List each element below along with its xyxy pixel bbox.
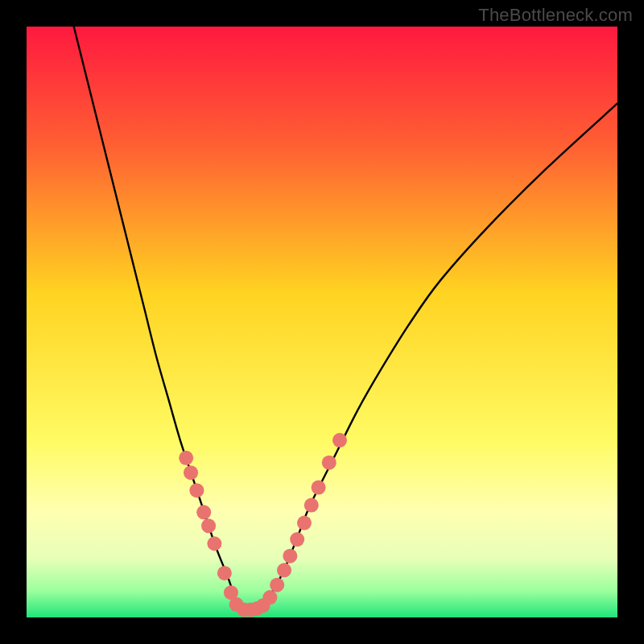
sample-point bbox=[304, 498, 319, 513]
sample-point bbox=[290, 532, 304, 547]
sample-point bbox=[201, 518, 216, 533]
sample-point bbox=[283, 549, 297, 564]
sample-point bbox=[184, 465, 198, 480]
sample-point bbox=[332, 433, 347, 448]
sample-point bbox=[207, 536, 221, 551]
sample-point bbox=[217, 566, 232, 580]
sample-point bbox=[196, 505, 211, 519]
plot-area bbox=[27, 27, 617, 617]
attribution-text: TheBottleneck.com bbox=[478, 5, 633, 26]
sample-point bbox=[297, 516, 312, 530]
sample-point bbox=[312, 481, 326, 495]
sample-point bbox=[189, 483, 204, 497]
gradient-background bbox=[27, 27, 617, 617]
sample-point bbox=[277, 563, 291, 577]
chart-frame: TheBottleneck.com bbox=[0, 0, 644, 644]
sample-point bbox=[322, 456, 336, 470]
sample-point bbox=[262, 590, 277, 605]
sample-point bbox=[270, 578, 284, 592]
bottleneck-chart bbox=[27, 27, 617, 617]
sample-point bbox=[179, 451, 193, 465]
